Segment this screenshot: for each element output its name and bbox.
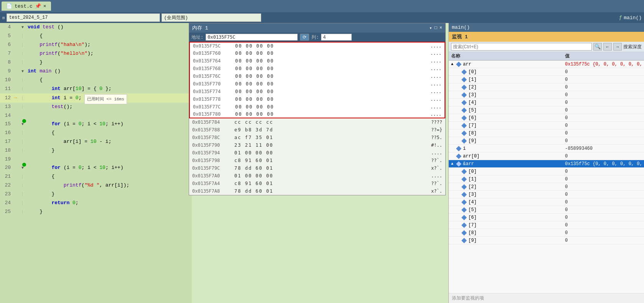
add-watch-footer[interactable]: 添加要监视的项 (449, 293, 644, 303)
watch-row-ampersand-arr-8[interactable]: [8] 0 (449, 229, 644, 237)
memory-close-btn[interactable]: × (440, 25, 442, 31)
search-deep-label: 搜索深度 (623, 44, 642, 50)
memory-row-17: 0x0135F7A0 01 00 00 00 .... (189, 172, 445, 180)
watch-row-ampersand-arr-3[interactable]: [3] 0 (449, 191, 644, 198)
file-selector-dropdown[interactable]: test_2024_5_17 (7, 13, 160, 22)
watch-row-arr-6[interactable]: [6] 0 (449, 114, 644, 122)
memory-restore-btn[interactable]: □ (435, 25, 437, 31)
watch-row-arr-2[interactable]: [2] 0 (449, 84, 644, 91)
col-name-header: 名称 (451, 53, 565, 59)
arr-3-icon (461, 92, 467, 98)
memory-row-19: 0x0135F7A8 78 dd 60 01 x?`. (189, 187, 445, 195)
main-toolbar: ⊞ test_2024_5_17 (全局范围) ƒ main() (0, 12, 644, 23)
col-label: 列: (311, 34, 319, 41)
watch-row-arr-7[interactable]: [7] 0 (449, 122, 644, 129)
memory-title-bar: 内存 1 ▾ □ × (189, 23, 445, 33)
amp-arr-6-icon (461, 215, 467, 220)
arr-icon (456, 62, 462, 67)
memory-row-12: 0x0135F78C ac f7 35 01 ??5. (189, 134, 445, 141)
code-line-23: 23 ┊ } (0, 190, 192, 199)
amp-arr-3-icon (461, 192, 467, 197)
function-icon: ƒ (619, 15, 622, 21)
watch-row-arr-8[interactable]: [8] 0 (449, 129, 644, 137)
watch-row-arr0[interactable]: arr[0] 0 (449, 152, 644, 160)
code-line-24: 24 ┊ return 0; (0, 199, 192, 208)
memory-row-5: 0x0135F770 00 00 00 00 .... (189, 80, 445, 88)
right-panel-header: main() (449, 23, 644, 32)
watch-section-header: 监视 1 (449, 32, 644, 42)
code-line-10: 10 ┊ { (0, 76, 192, 85)
col-input[interactable] (321, 34, 352, 41)
memory-title: 内存 1 (192, 25, 208, 31)
tab-test-c[interactable]: 📄 test.c 📌 × (2, 2, 51, 11)
arr-2-icon (461, 85, 467, 90)
col-value-header: 值 (565, 53, 642, 59)
watch-search-input[interactable] (451, 43, 592, 51)
memory-row-7: 0x0135F778 00 00 00 00 .... (189, 95, 445, 103)
tab-label: test.c (15, 3, 33, 9)
code-panel: 4 ▼ void test () 5 ┊ { 6 ┊ printf("haha\… (0, 23, 192, 303)
watch-row-arr-9[interactable]: [9] 0 (449, 137, 644, 145)
code-line-8: 8 ┊ } (0, 58, 192, 67)
memory-row-11: 0x0135F788 e9 b8 3d 7d ??=} (189, 126, 445, 134)
refresh-btn[interactable]: ⟳ (300, 34, 309, 41)
arr-6-icon (461, 115, 467, 121)
amp-arr-0-icon (461, 169, 467, 174)
memory-row-6: 0x0135F774 00 00 00 00 .... (189, 88, 445, 95)
tab-close[interactable]: × (43, 3, 46, 9)
search-icon-btn[interactable]: 🔍 (593, 43, 602, 51)
nav-forward-btn[interactable]: → (613, 43, 622, 51)
main-layout: 4 ▼ void test () 5 ┊ { 6 ┊ printf("haha\… (0, 23, 644, 303)
watch-columns: 名称 值 (449, 52, 644, 61)
memory-content: 0x0135F75C 00 00 00 00 .... 0x0135F760 0… (189, 42, 445, 195)
watch-row-ampersand-arr-4[interactable]: [4] 0 (449, 198, 644, 206)
watch-row-arr-1[interactable]: [1] 0 (449, 76, 644, 84)
toolbar-right: ƒ main() (619, 15, 642, 21)
code-line-7: 7 ┊ printf("hello\n"); (0, 49, 192, 58)
memory-row-3: 0x0135F768 00 00 00 00 .... (189, 65, 445, 72)
watch-row-ampersand-arr[interactable]: ▲ &arr 0x135f75c {0, 0, 0, 0, 0, 0,... (449, 160, 644, 168)
memory-row-10: 0x0135F784 cc cc cc cc ???? (189, 118, 445, 126)
memory-row-16: 0x0135F79C 78 dd 60 01 x?`. (189, 164, 445, 172)
memory-row-2: 0x0135F764 00 00 00 00 .... (189, 57, 445, 65)
tab-pin[interactable]: 📌 (35, 3, 41, 9)
amp-arr-2-icon (461, 184, 467, 190)
watch-row-arr[interactable]: ▲ arr 0x135f75c {0, 0, 0, 0, 0, 0,... (449, 61, 644, 68)
code-line-11: 11 ┊ int arr[10] = { 0 }; (0, 85, 192, 93)
watch-row-ampersand-arr-1[interactable]: [1] 0 (449, 175, 644, 183)
watch-row-ampersand-arr-7[interactable]: [7] 0 (449, 221, 644, 229)
watch-row-arr-3[interactable]: [3] 0 (449, 91, 644, 99)
code-line-17: 17 ┊ arr[i] = 10 - i; (0, 138, 192, 146)
watch-row-ampersand-arr-9[interactable]: [9] 0 (449, 237, 644, 244)
addr-input[interactable] (206, 34, 298, 41)
watch-row-arr-0[interactable]: [0] 0 (449, 68, 644, 76)
watch-title: 监视 1 (452, 34, 468, 40)
nav-back-btn[interactable]: ← (603, 43, 612, 51)
code-line-19: 19 (0, 155, 192, 164)
memory-minimize-btn[interactable]: ▾ (429, 25, 432, 31)
arr-5-icon (461, 108, 467, 113)
watch-row-arr-4[interactable]: [4] 0 (449, 99, 644, 106)
watch-row-i[interactable]: i -858993460 (449, 145, 644, 152)
watch-content: ▲ arr 0x135f75c {0, 0, 0, 0, 0, 0,... [0… (449, 61, 644, 293)
code-line-4: 4 ▼ void test () (0, 23, 192, 32)
watch-row-ampersand-arr-2[interactable]: [2] 0 (449, 183, 644, 191)
watch-row-arr-5[interactable]: [5] 0 (449, 106, 644, 114)
code-line-22: 22 ┊ printf("%d ", arr[i]); (0, 181, 192, 190)
amp-arr-9-icon (461, 238, 467, 243)
arr-7-icon (461, 123, 467, 128)
file-icon: ⊞ (2, 15, 5, 20)
watch-row-ampersand-arr-5[interactable]: [5] 0 (449, 206, 644, 214)
scope-label: (全局范围) (164, 15, 188, 21)
watch-row-ampersand-arr-6[interactable]: [6] 0 (449, 214, 644, 221)
memory-row-18: 0x0135F7A4 c8 91 60 01 ??`. (189, 180, 445, 187)
i-icon (456, 146, 462, 151)
arr-0-icon (461, 69, 467, 75)
addr-label: 地址: (191, 34, 203, 41)
memory-row-15: 0x0135F798 c8 91 60 01 ??`. (189, 157, 445, 164)
code-line-15: 15 ▼ for (i = 0; i < 10; i++) (0, 120, 192, 129)
code-line-14: 14 (0, 111, 192, 120)
watch-row-ampersand-arr-0[interactable]: [0] 0 (449, 168, 644, 175)
arr0-icon (456, 154, 462, 159)
scope-dropdown[interactable]: (全局范围) (161, 13, 261, 22)
